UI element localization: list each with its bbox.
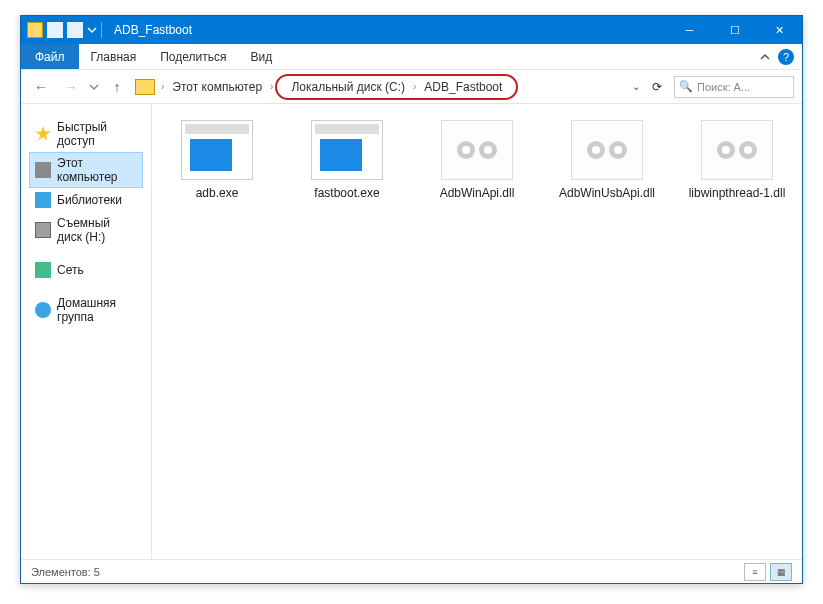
status-text: Элементов: 5	[31, 566, 100, 578]
search-placeholder: Поиск: A...	[697, 81, 750, 93]
address-dropdown-icon[interactable]: ⌄	[632, 81, 640, 92]
tab-home[interactable]: Главная	[79, 44, 149, 69]
homegroup-icon	[35, 302, 51, 318]
up-button[interactable]: ↑	[105, 75, 129, 99]
file-tab[interactable]: Файл	[21, 44, 79, 69]
file-label: libwinpthread-1.dll	[689, 186, 786, 202]
sidebar-label: Домашняя группа	[57, 296, 137, 324]
qat-properties-button[interactable]	[47, 22, 63, 38]
sidebar-item-thispc[interactable]: Этот компьютер	[29, 152, 143, 188]
file-label: fastboot.exe	[314, 186, 379, 202]
chevron-right-icon: ›	[268, 81, 275, 92]
file-label: adb.exe	[196, 186, 239, 202]
sidebar-label: Сеть	[57, 263, 84, 277]
search-icon: 🔍	[679, 80, 693, 93]
computer-icon	[35, 162, 51, 178]
breadcrumb-highlighted: Локальный диск (C:) › ADB_Fastboot	[275, 74, 518, 100]
dll-icon	[701, 120, 773, 180]
minimize-button[interactable]: ─	[667, 16, 712, 44]
sidebar-item-homegroup[interactable]: Домашняя группа	[29, 292, 143, 328]
refresh-button[interactable]: ⟳	[646, 76, 668, 98]
sidebar-item-libraries[interactable]: Библиотеки	[29, 188, 143, 212]
view-details-button[interactable]: ≡	[744, 563, 766, 581]
sidebar-label: Библиотеки	[57, 193, 122, 207]
file-label: AdbWinUsbApi.dll	[559, 186, 655, 202]
ribbon-tabs: Файл Главная Поделиться Вид ?	[21, 44, 802, 70]
drive-icon	[35, 222, 51, 238]
dll-icon	[441, 120, 513, 180]
sidebar-item-network[interactable]: Сеть	[29, 258, 143, 282]
search-input[interactable]: 🔍 Поиск: A...	[674, 76, 794, 98]
network-icon	[35, 262, 51, 278]
status-bar: Элементов: 5 ≡ ▦	[21, 559, 802, 583]
navigation-bar: ← → ↑ › Этот компьютер › Локальный диск …	[21, 70, 802, 104]
close-button[interactable]: ✕	[757, 16, 802, 44]
sidebar-item-removable[interactable]: Съемный диск (H:)	[29, 212, 143, 248]
chevron-right-icon: ›	[411, 81, 418, 92]
folder-icon	[27, 22, 43, 38]
breadcrumb-drive[interactable]: Локальный диск (C:)	[285, 78, 411, 96]
file-item[interactable]: AdbWinApi.dll	[422, 120, 532, 202]
file-list: adb.exe fastboot.exe AdbWinApi.dll AdbWi…	[152, 104, 802, 559]
sidebar-label: Быстрый доступ	[57, 120, 137, 148]
view-icons-button[interactable]: ▦	[770, 563, 792, 581]
dll-icon	[571, 120, 643, 180]
help-icon[interactable]: ?	[778, 49, 794, 65]
star-icon	[35, 126, 51, 142]
folder-icon	[135, 79, 155, 95]
sidebar-label: Съемный диск (H:)	[57, 216, 137, 244]
history-dropdown-icon[interactable]	[89, 82, 99, 92]
chevron-right-icon: ›	[159, 81, 166, 92]
navigation-pane: Быстрый доступ Этот компьютер Библиотеки…	[21, 104, 152, 559]
window-title: ADB_Fastboot	[114, 23, 192, 37]
sidebar-item-quickaccess[interactable]: Быстрый доступ	[29, 116, 143, 152]
libraries-icon	[35, 192, 51, 208]
tab-view[interactable]: Вид	[238, 44, 284, 69]
explorer-window: ADB_Fastboot ─ ☐ ✕ Файл Главная Поделить…	[20, 15, 803, 584]
qat-newfolder-button[interactable]	[67, 22, 83, 38]
exe-icon	[181, 120, 253, 180]
tab-share[interactable]: Поделиться	[148, 44, 238, 69]
sidebar-label: Этот компьютер	[57, 156, 137, 184]
back-button[interactable]: ←	[29, 75, 53, 99]
address-bar[interactable]: › Этот компьютер › Локальный диск (C:) ›…	[135, 74, 640, 100]
file-item[interactable]: libwinpthread-1.dll	[682, 120, 792, 202]
quick-access-toolbar	[21, 22, 108, 38]
forward-button[interactable]: →	[59, 75, 83, 99]
file-item[interactable]: adb.exe	[162, 120, 272, 202]
qat-dropdown-icon[interactable]	[87, 25, 97, 35]
ribbon-collapse-icon[interactable]	[760, 52, 770, 62]
breadcrumb-folder[interactable]: ADB_Fastboot	[418, 78, 508, 96]
separator	[101, 22, 102, 38]
breadcrumb-root[interactable]: Этот компьютер	[166, 78, 268, 96]
file-item[interactable]: fastboot.exe	[292, 120, 402, 202]
file-label: AdbWinApi.dll	[440, 186, 515, 202]
title-bar: ADB_Fastboot ─ ☐ ✕	[21, 16, 802, 44]
file-item[interactable]: AdbWinUsbApi.dll	[552, 120, 662, 202]
exe-icon	[311, 120, 383, 180]
explorer-body: Быстрый доступ Этот компьютер Библиотеки…	[21, 104, 802, 559]
maximize-button[interactable]: ☐	[712, 16, 757, 44]
